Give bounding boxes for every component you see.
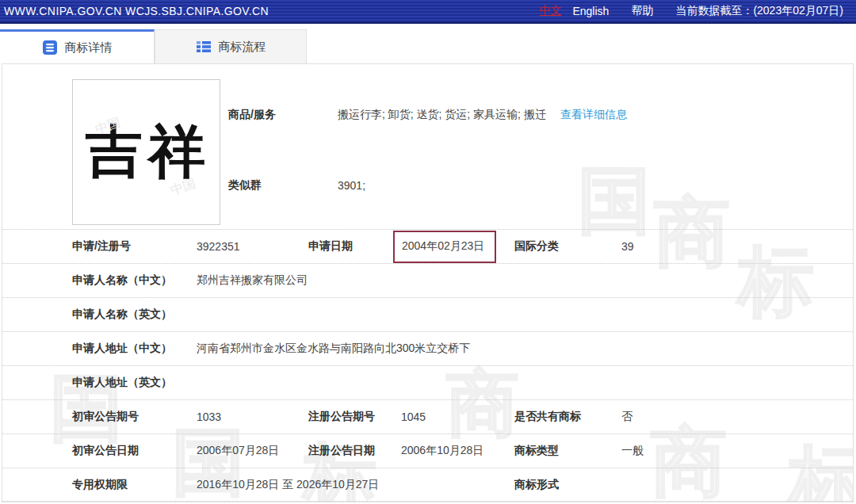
lang-chinese-link[interactable]: 中文 [539, 4, 561, 18]
similar-group-label: 类似群 [228, 178, 338, 193]
registration-issue-value: 1045 [401, 410, 514, 423]
help-link[interactable]: 帮助 [631, 4, 653, 18]
apply-date-label: 申请日期 [308, 239, 401, 254]
announcement-issue-row: 初审公告期号 1033 注册公告期号 1045 是否共有商标 否 [2, 399, 853, 433]
tab-bar: 商标详情 商标流程 [0, 29, 856, 63]
applicant-name-cn-row: 申请人名称（中文） 郑州吉祥搬家有限公司 [2, 263, 853, 297]
trademark-summary-section: 中国 吉祥 中国 商品/服务 搬运行李; 卸货; 送货; 货运; 家具运输; 搬… [2, 64, 853, 229]
trademark-type-value: 一般 [621, 444, 853, 458]
tab-trademark-details-label: 商标详情 [65, 40, 113, 55]
trademark-image: 中国 吉祥 中国 [72, 79, 220, 225]
tab-trademark-process[interactable]: 商标流程 [155, 29, 307, 63]
applicant-address-en-label: 申请人地址（英文） [72, 376, 197, 390]
preliminary-date-label: 初审公告日期 [72, 444, 197, 458]
registration-date-label: 注册公告日期 [308, 444, 401, 458]
top-bar: WWW.CNIPA.GOV.CN WCJS.SBJ.CNIPA.GOV.CN 中… [0, 0, 856, 24]
goods-services-value: 搬运行李; 卸货; 送货; 货运; 家具运输; 搬迁 [338, 108, 546, 122]
similar-group-value: 3901; [338, 179, 365, 192]
tab-trademark-process-label: 商标流程 [219, 40, 266, 55]
shared-trademark-label: 是否共有商标 [514, 410, 621, 424]
preliminary-date-value: 2006年07月28日 [197, 444, 308, 458]
apply-date-highlight-box: 2004年02月23日 [393, 231, 496, 263]
exclusive-term-label: 专用权期限 [72, 478, 197, 492]
preliminary-issue-label: 初审公告期号 [72, 410, 197, 424]
view-details-link[interactable]: 查看详细信息 [560, 108, 627, 122]
apply-date-cell: 2004年02月23日 [401, 231, 514, 263]
applicant-address-cn-value: 河南省郑州市金水区金水路与南阳路向北300米立交桥下 [197, 342, 853, 356]
site-domains: WWW.CNIPA.GOV.CN WCJS.SBJ.CNIPA.GOV.CN [4, 5, 269, 17]
applicant-name-cn-label: 申请人名称（中文） [72, 273, 197, 288]
similar-group-row: 类似群 3901; [228, 178, 853, 193]
applicant-name-en-label: 申请人名称（英文） [72, 307, 197, 322]
applicant-address-cn-label: 申请人地址（中文） [72, 342, 197, 356]
registration-number-label: 申请/注册号 [72, 239, 197, 254]
registration-number-row: 申请/注册号 3922351 申请日期 2004年02月23日 国际分类 39 [2, 229, 853, 263]
trademark-detail-panel: 国 商 标 国 商 标 国 商 标 中国 吉祥 中国 商品/服务 搬运行李; 卸… [2, 63, 854, 502]
registration-date-value: 2006年10月28日 [401, 444, 514, 458]
preliminary-issue-value: 1033 [197, 410, 308, 423]
applicant-address-en-row: 申请人地址（英文） [2, 365, 853, 399]
shared-trademark-value: 否 [621, 410, 853, 424]
applicant-address-cn-row: 申请人地址（中文） 河南省郑州市金水区金水路与南阳路向北300米立交桥下 [2, 331, 853, 365]
lang-english-link[interactable]: English [572, 5, 609, 17]
international-class-label: 国际分类 [514, 239, 621, 254]
exclusive-term-value: 2016年10月28日 至 2026年10月27日 [197, 478, 514, 492]
trademark-form-label: 商标形式 [514, 478, 621, 492]
goods-services-label: 商品/服务 [228, 108, 338, 122]
registration-number-value: 3922351 [197, 240, 308, 253]
registration-issue-label: 注册公告期号 [308, 410, 401, 424]
exclusive-term-row: 专用权期限 2016年10月28日 至 2026年10月27日 商标形式 [2, 468, 853, 502]
list-icon [196, 39, 212, 55]
document-lines-icon [42, 40, 58, 55]
tab-trademark-details[interactable]: 商标详情 [0, 29, 155, 63]
applicant-name-en-row: 申请人名称（英文） [2, 297, 853, 331]
announcement-date-row: 初审公告日期 2006年07月28日 注册公告日期 2006年10月28日 商标… [2, 433, 853, 468]
international-class-value: 39 [621, 240, 853, 253]
data-cutoff-text: 当前数据截至：(2023年02月07日) [675, 4, 843, 18]
applicant-name-cn-value: 郑州吉祥搬家有限公司 [197, 273, 853, 288]
trademark-type-label: 商标类型 [514, 444, 621, 458]
goods-services-row: 商品/服务 搬运行李; 卸货; 送货; 货运; 家具运输; 搬迁 查看详细信息 [228, 108, 853, 122]
